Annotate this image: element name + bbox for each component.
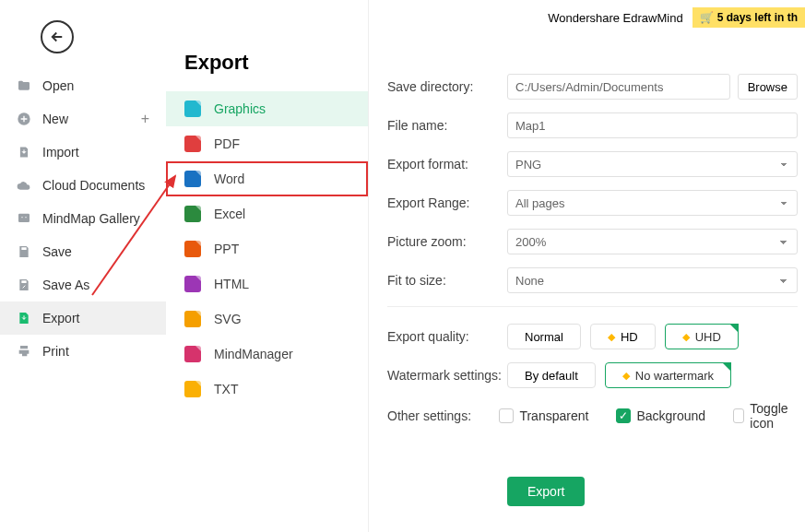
app-title: Wondershare EdrawMind <box>548 11 682 25</box>
divider <box>387 306 798 307</box>
sidebar-label: Save <box>42 244 72 259</box>
gallery-icon <box>17 211 31 226</box>
format-label: TXT <box>214 382 238 396</box>
format-label: MindManager <box>214 347 293 361</box>
folder-icon <box>17 78 31 93</box>
txt-file-icon <box>184 381 201 397</box>
format-mindmanager[interactable]: MindManager <box>166 337 368 372</box>
save-icon <box>17 244 31 259</box>
format-svg[interactable]: SVG <box>166 301 368 337</box>
format-ppt[interactable]: PPT <box>166 231 368 266</box>
picture-zoom-select[interactable]: 200% <box>507 229 798 254</box>
save-directory-label: Save directory: <box>387 79 507 94</box>
browse-button[interactable]: Browse <box>738 74 798 100</box>
excel-file-icon <box>184 206 201 222</box>
cloud-icon <box>17 178 31 193</box>
arrow-left-icon <box>49 29 65 45</box>
export-format-label: Export format: <box>387 157 507 171</box>
other-settings-label: Other settings: <box>387 408 499 423</box>
sidebar-label: Export <box>42 311 79 325</box>
sidebar-item-saveas[interactable]: Save As <box>0 268 166 301</box>
sidebar-label: MindMap Gallery <box>42 211 140 226</box>
mindmanager-file-icon <box>184 346 201 362</box>
trial-text: 5 days left in th <box>717 11 798 24</box>
watermark-none-button[interactable]: ◆No wartermark <box>605 362 731 388</box>
sidebar-item-cloud[interactable]: Cloud Documents <box>0 169 166 202</box>
add-icon[interactable]: + <box>141 111 149 127</box>
quality-hd-button[interactable]: ◆HD <box>590 324 656 349</box>
svg-point-3 <box>25 217 26 218</box>
sidebar-label: Print <box>42 344 69 359</box>
background-checkbox[interactable]: ✓ Background <box>616 401 705 431</box>
export-button[interactable]: Export <box>507 477 585 506</box>
format-label: Word <box>214 171 244 186</box>
format-html[interactable]: HTML <box>166 266 368 301</box>
print-icon <box>17 344 31 359</box>
checkbox-checked-icon: ✓ <box>616 408 631 423</box>
html-file-icon <box>184 276 201 292</box>
diamond-icon: ◆ <box>622 370 630 382</box>
format-word[interactable]: Word <box>166 161 368 196</box>
format-pdf[interactable]: PDF <box>166 126 368 161</box>
format-label: Excel <box>214 207 245 221</box>
diamond-icon: ◆ <box>682 331 690 343</box>
checkbox-icon <box>499 408 514 423</box>
toggle-icon-checkbox[interactable]: Toggle icon <box>733 401 798 431</box>
save-as-icon <box>17 278 31 292</box>
file-name-label: File name: <box>387 118 507 133</box>
export-range-label: Export Range: <box>387 195 507 210</box>
svg-point-2 <box>21 217 22 218</box>
transparent-checkbox[interactable]: Transparent <box>499 401 588 431</box>
sidebar-label: Open <box>42 78 74 93</box>
picture-zoom-label: Picture zoom: <box>387 234 507 249</box>
quality-normal-button[interactable]: Normal <box>507 324 581 349</box>
sidebar-item-open[interactable]: Open <box>0 69 166 102</box>
export-quality-label: Export quality: <box>387 329 507 344</box>
diamond-icon: ◆ <box>608 331 615 343</box>
format-label: PPT <box>214 242 239 256</box>
fit-to-size-select[interactable]: None <box>507 267 798 293</box>
export-format-select[interactable]: PNG <box>507 151 798 177</box>
import-icon <box>17 145 31 160</box>
fit-to-size-label: Fit to size: <box>387 273 507 288</box>
sidebar-item-print[interactable]: Print <box>0 335 166 368</box>
quality-uhd-button[interactable]: ◆UHD <box>665 324 739 349</box>
export-icon <box>17 311 31 325</box>
watermark-default-button[interactable]: By default <box>507 362 596 388</box>
format-label: SVG <box>214 312 242 326</box>
format-excel[interactable]: Excel <box>166 196 368 231</box>
save-directory-input[interactable] <box>507 74 730 100</box>
graphics-file-icon <box>184 100 201 117</box>
sidebar-item-new[interactable]: New + <box>0 102 166 136</box>
format-graphics[interactable]: Graphics <box>166 91 368 126</box>
sidebar-label: Import <box>42 145 79 160</box>
export-range-select[interactable]: All pages <box>507 190 798 216</box>
pdf-file-icon <box>184 136 201 152</box>
back-button[interactable] <box>41 20 74 53</box>
word-file-icon <box>184 171 201 187</box>
trial-badge[interactable]: 🛒 5 days left in th <box>693 7 805 28</box>
plus-circle-icon <box>17 112 31 126</box>
format-label: HTML <box>214 277 249 291</box>
checkbox-icon <box>733 408 744 423</box>
sidebar-item-save[interactable]: Save <box>0 235 166 268</box>
svg-rect-1 <box>18 214 30 222</box>
export-settings: Save directory: Browse File name: Export… <box>387 74 798 506</box>
sidebar-item-import[interactable]: Import <box>0 136 166 169</box>
cart-icon: 🛒 <box>700 11 714 24</box>
sidebar-item-gallery[interactable]: MindMap Gallery <box>0 202 166 235</box>
file-sidebar: Open New + Import Cloud Documents MindMa… <box>0 69 166 368</box>
sidebar-item-export[interactable]: Export <box>0 301 166 335</box>
sidebar-label: Save As <box>42 278 89 292</box>
format-label: PDF <box>214 136 240 151</box>
export-format-panel: Export Graphics PDF Word Excel PPT HTML … <box>166 0 369 532</box>
export-title: Export <box>166 0 368 91</box>
ppt-file-icon <box>184 241 201 257</box>
svg-file-icon <box>184 311 201 327</box>
file-name-input[interactable] <box>507 112 798 138</box>
watermark-label: Watermark settings: <box>387 368 507 383</box>
format-label: Graphics <box>214 101 266 116</box>
format-txt[interactable]: TXT <box>166 372 368 407</box>
sidebar-label: New <box>42 112 68 126</box>
sidebar-label: Cloud Documents <box>42 178 145 193</box>
